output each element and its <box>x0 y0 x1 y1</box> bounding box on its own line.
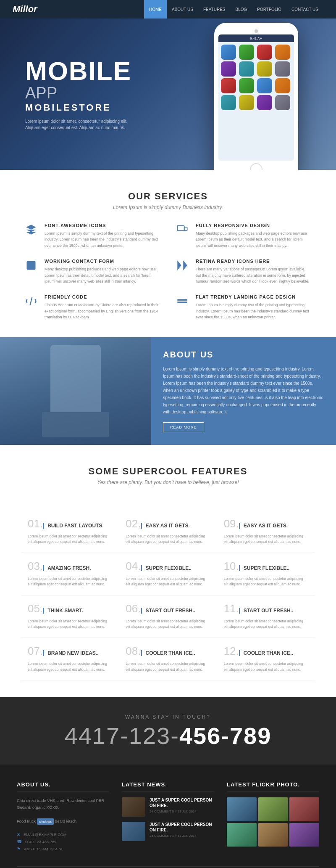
email-icon: ✉ <box>17 832 20 837</box>
features-section: SOME SUPERCOOL FEATURES Yes there are pl… <box>0 445 336 698</box>
feature-number: 09. <box>224 518 239 529</box>
contact-section: WANNA STAY IN TOUCH? 4417-123-456-789 <box>0 697 336 765</box>
design-icon <box>176 295 190 309</box>
features-title: SOME SUPERCOOL FEATURES <box>21 466 315 477</box>
feature-number: 10. <box>224 561 239 572</box>
about-title: ABOUT US <box>163 350 324 360</box>
about-person-photo <box>0 337 151 445</box>
flickr-photo-4[interactable] <box>227 823 257 847</box>
svg-marker-4 <box>183 261 187 270</box>
read-more-button[interactable]: READ MORE <box>163 422 204 432</box>
footer-address-value: AMSTERDAM 1234 NL <box>24 847 63 851</box>
app-icon <box>221 95 236 110</box>
footer-bottom: Copyright © 2015.Company name All rights… <box>17 866 319 868</box>
features-grid: 01. BUILD FAST LAYOUTS. Lorem ipsum dolo… <box>21 511 315 681</box>
news-thumb-2 <box>122 822 145 841</box>
logo[interactable]: Millor <box>13 4 37 15</box>
flickr-photo-5[interactable] <box>258 823 288 847</box>
feature-title: THINK SMART. <box>43 608 83 614</box>
footer-flickr-title: LATEST FLICKR PHOTO. <box>227 781 319 791</box>
app-icon <box>275 78 290 93</box>
news-title-1: JUST A SUPER COOL PERSON ON FIRE. <box>150 797 214 808</box>
feature-desc: Lorem ipsum dolor sit amet consectetur a… <box>126 576 210 587</box>
feature-title: COOLER THAN ICE.. <box>239 650 293 656</box>
app-icon <box>221 61 236 77</box>
feature-item-11: 08. COOLER THAN ICE.. Lorem ipsum dolor … <box>119 638 217 680</box>
app-icon <box>257 61 272 77</box>
flickr-photo-3[interactable] <box>289 797 319 821</box>
phone-icon: ☎ <box>17 839 22 844</box>
feature-desc: Lorem ipsum dolor sit amet consectetur a… <box>224 661 308 672</box>
footer-phone: ☎ 0049-123-456-789 <box>17 839 109 844</box>
news-image-2 <box>122 822 145 841</box>
navigation: Millor HOME ABOUT US FEATURES BLOG PORTF… <box>0 0 336 19</box>
app-icon <box>275 45 290 60</box>
phone-home-button <box>250 163 262 170</box>
nav-portfolio[interactable]: PORTFOLIO <box>252 0 286 19</box>
feature-desc: Lorem ipsum dolor sit amet consectetur a… <box>224 619 308 630</box>
feature-number: 12. <box>224 646 239 656</box>
feature-number: 04. <box>126 561 141 572</box>
feature-item-10: 07. BRAND NEW IDEAS.. Lorem ipsum dolor … <box>21 638 119 680</box>
feature-title: EASY AS IT GETS. <box>141 523 189 529</box>
service-item-4: RETINA READY ICONS HERE There are many v… <box>176 259 311 284</box>
news-item-2: JUST A SUPER COOL PERSON ON FIRE. 24 COM… <box>122 822 214 841</box>
feature-number: 02. <box>126 518 141 529</box>
hero-phone-mockup: 9:41 AM <box>202 23 311 170</box>
service-title-5: FRIENDLY CODE <box>45 294 160 299</box>
service-item-3: WORKING CONTACT FORM Many desktop publis… <box>25 259 160 284</box>
footer-email: ✉ EMAIL@EXAMPLE.COM <box>17 832 109 837</box>
font-awesome-icon <box>25 224 39 237</box>
app-icon <box>221 78 236 93</box>
feature-item-6: 10. SUPER FLEXIBLE.. Lorem ipsum dolor s… <box>217 553 315 595</box>
feature-desc: Lorem ipsum dolor sit amet consectetur a… <box>224 576 308 587</box>
footer-news: LATEST NEWS. JUST A SUPER COOL PERSON ON… <box>122 781 214 854</box>
service-item-6: FLAT TRENDY LANDING PAGE DESIGN Lorem Ip… <box>176 294 311 320</box>
feature-desc: Lorem ipsum dolor sit amet consectetur a… <box>126 619 210 630</box>
contact-label: WANNA STAY IN TOUCH? <box>25 714 311 720</box>
footer-about-title: ABOUT US. <box>17 781 109 791</box>
service-item-1: FONT-AWESOME ICONS Lorem Ipsum is simply… <box>25 223 160 249</box>
app-icon <box>275 95 290 110</box>
app-icon <box>221 45 236 60</box>
feature-item-2: 02. EASY AS IT GETS. Lorem ipsum dolor s… <box>119 511 217 553</box>
feature-item-8: 06. START OUT FRESH.. Lorem ipsum dolor … <box>119 595 217 638</box>
news-item-1: JUST A SUPER COOL PERSON ON FIRE. 24 COM… <box>122 797 214 817</box>
svg-rect-1 <box>184 227 187 230</box>
footer-phone-value: 0049-123-456-789 <box>25 840 56 844</box>
hero-section: MOBILE APP MOBILESTORE Lorem ipsum dolor… <box>0 19 336 170</box>
contact-phone: 4417-123-456-789 <box>25 724 311 748</box>
footer-email-value: EMAIL@EXAMPLE.COM <box>24 833 66 837</box>
nav-home[interactable]: HOME <box>144 0 167 19</box>
feature-number: 11. <box>224 603 239 614</box>
nav-features[interactable]: FEATURES <box>198 0 231 19</box>
flickr-photo-6[interactable] <box>289 823 319 847</box>
nav-blog[interactable]: BLOG <box>231 0 252 19</box>
about-image <box>0 337 151 445</box>
footer-about-desc: Chia direct trade VHS cred. Raw denim co… <box>17 797 109 825</box>
flickr-photo-2[interactable] <box>258 797 288 821</box>
news-title-2: JUST A SUPER COOL PERSON ON FIRE. <box>150 822 214 833</box>
feature-desc: Lorem ipsum dolor sit amet consectetur a… <box>28 576 112 587</box>
feature-item-7: 05. THINK SMART. Lorem ipsum dolor sit a… <box>21 595 119 638</box>
feature-title: BRAND NEW IDEAS.. <box>43 650 98 656</box>
feature-item-4: 03. AMAZING FRESH. Lorem ipsum dolor sit… <box>21 553 119 595</box>
feature-title: START OUT FRESH.. <box>141 608 195 614</box>
hero-description: Lorem ipsum dolor sit amet, consectetur … <box>25 118 134 131</box>
feature-number: 07. <box>28 646 43 656</box>
about-section: ABOUT US Lorem Ipsum is simply dummy tex… <box>0 337 336 445</box>
service-desc-6: Lorem Ipsum is simply dummy text of the … <box>196 302 311 320</box>
app-icon <box>239 95 254 110</box>
responsive-icon <box>176 224 190 237</box>
svg-rect-7 <box>177 302 187 304</box>
nav-about[interactable]: ABOUT US <box>167 0 198 19</box>
app-icon <box>239 78 254 93</box>
feature-number: 03. <box>28 561 43 572</box>
feature-item-9: 11. START OUT FRESH.. Lorem ipsum dolor … <box>217 595 315 638</box>
feature-number: 06. <box>126 603 141 614</box>
flickr-photo-1[interactable] <box>227 797 257 821</box>
news-image-1 <box>122 797 145 817</box>
app-icon <box>239 45 254 60</box>
feature-number: 01. <box>28 518 43 529</box>
nav-contact[interactable]: CONTACT US <box>286 0 323 19</box>
